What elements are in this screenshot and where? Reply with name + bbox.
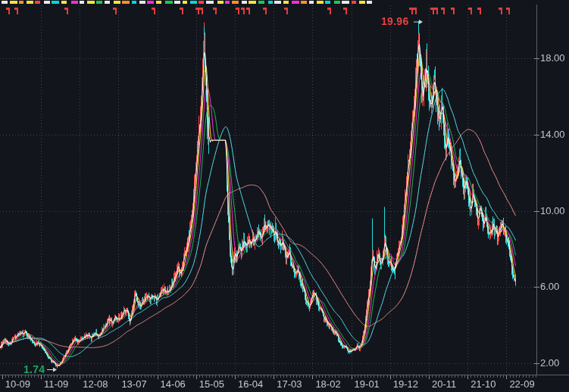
x-axis-label: 19-12	[393, 379, 418, 390]
y-axis-label: 2.00	[540, 358, 559, 369]
annotation-high-price: 19.96	[381, 16, 409, 26]
x-axis-label: 14-06	[161, 379, 186, 390]
x-axis-label: 13-07	[121, 379, 146, 390]
x-axis-label: 10-09	[5, 379, 30, 390]
x-axis-label: 19-01	[355, 379, 380, 390]
x-axis-label: 17-03	[277, 379, 302, 390]
y-axis-label: 10.00	[540, 206, 565, 216]
x-axis-label: 16-04	[238, 379, 263, 390]
stock-chart-window: 19.96 1.74 10-0911-0912-0813-0714-0615-0…	[0, 0, 569, 392]
y-axis-label: 18.00	[540, 53, 565, 64]
price-chart-canvas[interactable]	[0, 0, 569, 392]
x-axis-label: 15-05	[199, 379, 224, 390]
x-axis-label: 11-09	[44, 379, 68, 390]
x-axis-label: 22-09	[509, 379, 534, 390]
y-axis-label: 6.00	[540, 282, 559, 292]
annotation-low-price: 1.74	[23, 364, 45, 375]
x-axis-label: 12-08	[83, 379, 108, 390]
x-axis-label: 20-11	[432, 379, 456, 390]
x-axis-label: 21-10	[471, 379, 496, 390]
x-axis-label: 18-02	[315, 379, 340, 390]
y-axis-label: 14.00	[540, 129, 565, 140]
